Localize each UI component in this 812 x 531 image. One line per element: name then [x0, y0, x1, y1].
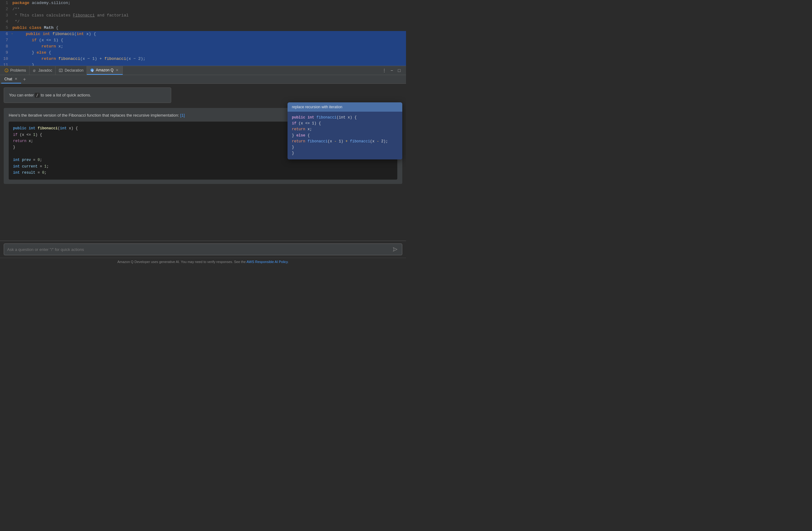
- tab-problems-label: Problems: [10, 68, 26, 73]
- amazon-q-panel: Chat ✕ + You can enter / to see a list o…: [0, 75, 406, 266]
- chat-add-tab[interactable]: +: [21, 75, 28, 83]
- code-line-10: 10 return fibonacci(x − 1) + fibonacci(x…: [0, 56, 406, 62]
- slash-code: /: [35, 93, 39, 98]
- tab-javadoc-label: Javadoc: [39, 68, 53, 73]
- floating-preview-code: public int fibonacci(int x) { if (x <= 1…: [288, 112, 402, 159]
- fp-line-2: if (x <= 1) {: [292, 121, 398, 127]
- svg-text:!: !: [6, 70, 8, 72]
- input-area: [0, 241, 406, 258]
- line-number: 7: [0, 37, 11, 43]
- code-line-6: 6 ▾ public int fibonacci(int x) {: [0, 31, 406, 37]
- line-number: 11: [0, 62, 11, 66]
- bottom-tabs-bar: ! Problems @ Javadoc Declaration Q Amazo…: [0, 66, 406, 75]
- line-number: 5: [0, 25, 11, 31]
- input-wrapper: [4, 243, 402, 255]
- chat-input[interactable]: [7, 247, 391, 252]
- footer: Amazon Q Developer uses generative AI. Y…: [0, 258, 406, 266]
- line-number: 9: [0, 49, 11, 56]
- send-button[interactable]: [391, 246, 399, 253]
- tab-minimize-button[interactable]: −: [389, 67, 395, 73]
- add-tab-icon: +: [23, 76, 26, 82]
- code-content: /**: [11, 6, 406, 12]
- footer-period: .: [288, 260, 289, 264]
- cb-line-7: int current = 1;: [13, 163, 393, 170]
- chat-content: You can enter / to see a list of quick a…: [0, 84, 406, 241]
- code-line-7: 7 if (x <= 1) {: [0, 37, 406, 43]
- code-content: }: [11, 62, 406, 66]
- code-line-5: 5 public class Math {: [0, 25, 406, 31]
- q-icon: Q: [90, 68, 94, 72]
- code-line-8: 8 return x;: [0, 43, 406, 49]
- code-content: public class Math {: [11, 25, 406, 31]
- floating-preview-title: replace recursion with iteration: [288, 102, 402, 112]
- code-content: public int fibonacci(int x) {: [15, 31, 406, 37]
- collapse-icon: ▾: [11, 31, 15, 37]
- code-content: } else {: [11, 49, 406, 56]
- response-ref-link[interactable]: [1]: [180, 113, 185, 117]
- info-text-before: You can enter: [9, 93, 35, 97]
- tab-menu-button[interactable]: ⋮: [381, 67, 387, 73]
- code-line-9: 9 } else {: [0, 49, 406, 56]
- line-number: 3: [0, 12, 11, 19]
- response-text-content: Here's the iterative version of the Fibo…: [9, 113, 180, 117]
- code-icon: [59, 68, 63, 73]
- code-line-3: 3 * This class calculates Fibonacci and …: [0, 12, 406, 19]
- tab-amazonq-close[interactable]: ✕: [115, 68, 119, 72]
- warning-icon: !: [4, 68, 9, 73]
- floating-code-preview: replace recursion with iteration public …: [288, 102, 402, 159]
- info-text-after: to see a list of quick actions.: [40, 93, 91, 97]
- line-number: 8: [0, 43, 11, 49]
- chat-tab-main[interactable]: Chat ✕: [1, 75, 21, 83]
- line-number: 10: [0, 56, 11, 62]
- fp-line-5: return fibonacci(x - 1) + fibonacci(x - …: [292, 139, 398, 145]
- info-box: You can enter / to see a list of quick a…: [4, 87, 171, 103]
- tab-amazonq[interactable]: Q Amazon Q ✕: [87, 66, 123, 75]
- footer-text: Amazon Q Developer uses generative AI. Y…: [117, 260, 246, 264]
- svg-text:@: @: [33, 69, 36, 72]
- code-content: return x;: [11, 43, 406, 49]
- cb-line-8: int result = 0;: [13, 170, 393, 176]
- fp-line-3: return x;: [292, 127, 398, 132]
- code-content: * This class calculates Fibonacci and fa…: [11, 12, 406, 19]
- tab-actions: ⋮ − □: [381, 66, 405, 75]
- doc-icon: @: [32, 68, 37, 73]
- code-content: if (x <= 1) {: [11, 37, 406, 43]
- line-number: 6: [0, 31, 11, 37]
- tab-maximize-button[interactable]: □: [396, 67, 402, 73]
- tab-javadoc[interactable]: @ Javadoc: [29, 66, 56, 75]
- fp-line-6: }: [292, 145, 398, 150]
- line-number: 4: [0, 19, 11, 25]
- code-line-1: 1 package academy.silicon;: [0, 0, 406, 6]
- fp-line-7: }: [292, 150, 398, 156]
- tab-declaration-label: Declaration: [64, 68, 84, 73]
- svg-text:Q: Q: [91, 69, 93, 72]
- tab-problems[interactable]: ! Problems: [1, 66, 29, 75]
- code-editor: 1 package academy.silicon; 2 /** 3 * Thi…: [0, 0, 406, 66]
- code-line-2: 2 /**: [0, 6, 406, 12]
- chat-close-icon[interactable]: ✕: [14, 77, 18, 81]
- code-line-4: 4 */: [0, 19, 406, 25]
- tab-declaration[interactable]: Declaration: [56, 66, 87, 75]
- chat-tabs: Chat ✕ +: [0, 75, 406, 84]
- svg-rect-3: [59, 69, 63, 72]
- code-content: return fibonacci(x − 1) + fibonacci(x − …: [11, 56, 406, 62]
- line-number: 2: [0, 6, 11, 12]
- line-number: 1: [0, 0, 11, 6]
- fp-line-1: public int fibonacci(int x) {: [292, 115, 398, 121]
- code-content: package academy.silicon;: [11, 0, 406, 6]
- fp-line-4: } else {: [292, 133, 398, 139]
- chat-tab-label: Chat: [4, 77, 12, 81]
- footer-policy-link[interactable]: AWS Responsible AI Policy: [247, 260, 288, 264]
- code-line-11: 11 }: [0, 62, 406, 66]
- code-content: */: [11, 19, 406, 25]
- tab-amazonq-label: Amazon Q: [96, 68, 114, 72]
- send-icon: [393, 247, 397, 252]
